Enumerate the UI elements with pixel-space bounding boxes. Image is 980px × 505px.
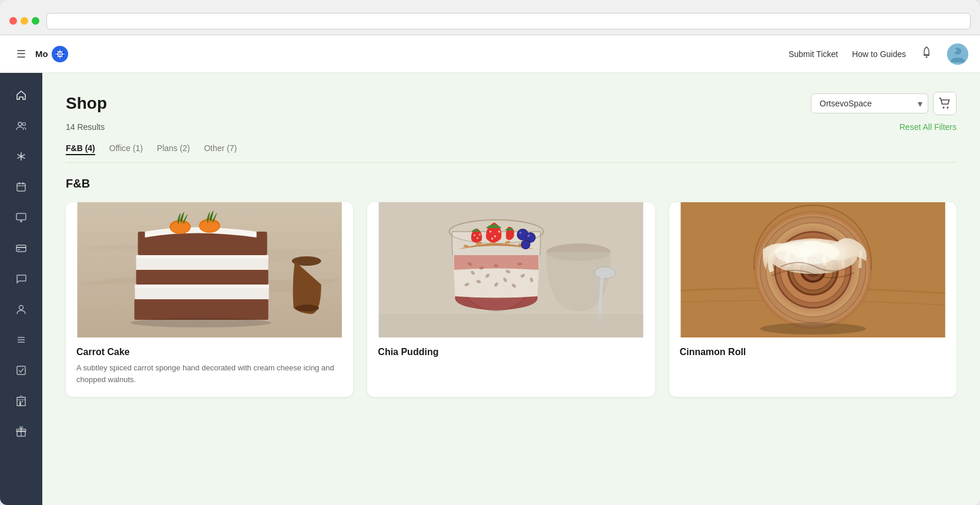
sidebar-item-card[interactable]: [7, 235, 35, 261]
sidebar-item-monitor[interactable]: [7, 205, 35, 230]
main-area: Shop OrtsevoSpace Main Office Branch A: [0, 73, 980, 505]
category-title: F&B: [66, 177, 956, 190]
top-nav: ☰ Mo Submit Ticket How to Guides: [0, 35, 980, 73]
tab-plans[interactable]: Plans (2): [157, 143, 190, 155]
cart-button[interactable]: [933, 92, 956, 115]
results-row: 14 Results Reset All Filters: [66, 122, 956, 132]
reset-filters-link[interactable]: Reset All Filters: [900, 122, 956, 132]
svg-rect-14: [17, 183, 25, 191]
submit-ticket-link[interactable]: Submit Ticket: [788, 49, 838, 59]
sidebar-item-calendar[interactable]: [7, 174, 35, 200]
product-card-carrot-cake[interactable]: Carrot Cake A subtley spiced carrot spon…: [66, 202, 353, 397]
product-image-cinnamon-roll: [669, 202, 956, 337]
sidebar-item-gift[interactable]: [7, 419, 35, 444]
svg-point-76: [474, 235, 475, 236]
svg-point-78: [479, 234, 481, 236]
svg-point-38: [947, 107, 949, 109]
product-card-chia-pudding[interactable]: Chia Pudding: [367, 202, 655, 397]
svg-rect-45: [135, 299, 269, 320]
product-name-chia-pudding: Chia Pudding: [378, 347, 644, 357]
address-bar[interactable]: [46, 13, 971, 29]
svg-point-91: [595, 267, 616, 279]
logo-text: Mo: [35, 49, 48, 59]
svg-point-111: [760, 323, 865, 335]
svg-rect-21: [16, 245, 26, 252]
product-image-chia-pudding: [367, 202, 655, 337]
browser-chrome: [0, 0, 980, 35]
sidebar-item-chat[interactable]: [7, 266, 35, 292]
svg-point-79: [489, 230, 492, 233]
nav-actions: Submit Ticket How to Guides: [788, 44, 968, 65]
product-desc-carrot-cake: A subtley spiced carrot sponge hand deco…: [76, 362, 343, 385]
product-info-chia-pudding: Chia Pudding: [367, 337, 655, 374]
filter-tabs: F&B (4) Office (1) Plans (2) Other (7): [66, 143, 956, 163]
svg-point-8: [954, 49, 956, 52]
how-to-guides-link[interactable]: How to Guides: [852, 49, 906, 59]
user-avatar[interactable]: [947, 44, 968, 65]
svg-point-10: [23, 123, 26, 126]
space-dropdown-wrap: OrtsevoSpace Main Office Branch A: [811, 93, 928, 113]
product-card-cinnamon-roll[interactable]: Cinnamon Roll: [669, 202, 956, 397]
product-image-carrot-cake: [66, 202, 353, 337]
tab-other[interactable]: Other (7): [204, 143, 237, 155]
svg-rect-32: [19, 401, 21, 402]
svg-point-77: [476, 238, 478, 239]
product-grid: Carrot Cake A subtley spiced carrot spon…: [66, 202, 956, 397]
sidebar-item-asterisk[interactable]: [7, 143, 35, 169]
minimize-button[interactable]: [21, 17, 28, 25]
svg-rect-18: [16, 213, 26, 220]
svg-rect-44: [136, 270, 269, 285]
svg-rect-4: [924, 55, 929, 56]
svg-rect-23: [18, 249, 20, 250]
sidebar-item-home[interactable]: [7, 82, 35, 108]
tab-fb[interactable]: F&B (4): [66, 143, 95, 155]
svg-point-82: [491, 238, 494, 240]
svg-point-52: [130, 318, 271, 327]
svg-point-37: [943, 107, 945, 109]
svg-point-5: [926, 56, 928, 58]
close-button[interactable]: [9, 17, 17, 25]
hamburger-button[interactable]: ☰: [12, 43, 31, 65]
product-info-cinnamon-roll: Cinnamon Roll: [669, 337, 956, 374]
sidebar-item-list[interactable]: [7, 327, 35, 353]
sidebar-item-checklist[interactable]: [7, 357, 35, 383]
sidebar: [0, 73, 42, 505]
svg-rect-92: [379, 314, 643, 337]
product-name-carrot-cake: Carrot Cake: [76, 347, 343, 357]
page-title: Shop: [66, 94, 107, 113]
maximize-button[interactable]: [32, 17, 39, 25]
sidebar-item-building[interactable]: [7, 388, 35, 414]
logo-icon: [52, 46, 68, 62]
svg-point-88: [528, 235, 530, 237]
svg-rect-33: [22, 401, 23, 402]
app-container: ☰ Mo Submit Ticket How to Guides: [0, 35, 980, 505]
logo-area: Mo: [35, 46, 68, 62]
tab-office[interactable]: Office (1): [109, 143, 143, 155]
traffic-lights: [9, 17, 39, 25]
sidebar-item-people[interactable]: [7, 113, 35, 139]
svg-rect-28: [17, 366, 25, 374]
svg-point-47: [171, 222, 190, 233]
notifications-bell-icon[interactable]: [920, 46, 933, 62]
svg-point-9: [18, 122, 22, 126]
svg-point-90: [522, 240, 530, 249]
svg-point-80: [494, 235, 496, 238]
svg-point-24: [19, 306, 24, 310]
svg-point-110: [774, 241, 839, 265]
shop-header: Shop OrtsevoSpace Main Office Branch A: [66, 92, 956, 115]
svg-point-81: [498, 230, 501, 233]
space-dropdown[interactable]: OrtsevoSpace Main Office Branch A: [811, 93, 928, 113]
space-selector: OrtsevoSpace Main Office Branch A: [811, 92, 956, 115]
product-info-carrot-cake: Carrot Cake A subtley spiced carrot spon…: [66, 337, 353, 397]
content-area: Shop OrtsevoSpace Main Office Branch A: [42, 73, 980, 505]
svg-rect-31: [19, 402, 21, 406]
sidebar-item-person[interactable]: [7, 296, 35, 322]
product-name-cinnamon-roll: Cinnamon Roll: [680, 347, 946, 357]
svg-point-85: [519, 232, 522, 234]
results-count: 14 Results: [66, 122, 105, 132]
svg-point-49: [200, 220, 219, 232]
svg-point-51: [296, 305, 319, 312]
